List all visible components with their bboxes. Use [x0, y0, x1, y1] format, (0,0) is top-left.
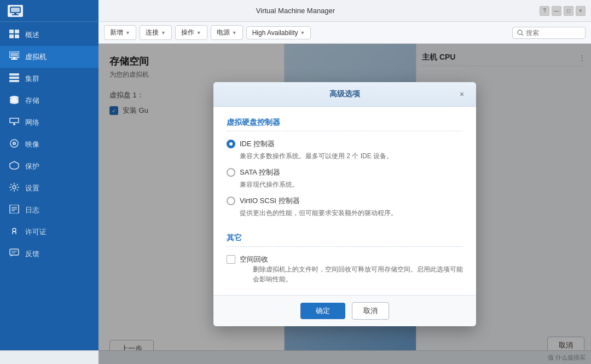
sidebar: 概述 虚拟机 集群: [0, 0, 99, 364]
svg-point-29: [13, 186, 16, 189]
sidebar-nav: 概述 虚拟机 集群: [0, 22, 99, 364]
ha-button[interactable]: High Availability ▼: [246, 26, 311, 39]
sidebar-item-images[interactable]: 映像: [0, 134, 99, 155]
sata-radio-name: SATA 控制器: [240, 167, 280, 177]
sata-radio-circle[interactable]: [227, 168, 235, 177]
search-input[interactable]: [526, 29, 581, 37]
svg-rect-16: [9, 73, 19, 76]
ide-radio-name: IDE 控制器: [240, 139, 275, 149]
virtio-radio-name: VirtIO SCSI 控制器: [240, 196, 300, 206]
space-reclaim-desc: 删除虚拟机上的文件时，空间回收可释放可用存储空间。启用此选项可能会影响性能。: [253, 264, 463, 284]
add-button[interactable]: 新增 ▼: [104, 25, 136, 40]
connect-arrow-icon: ▼: [161, 30, 166, 36]
search-box[interactable]: [512, 27, 586, 39]
svg-line-39: [522, 34, 523, 36]
ide-radio-circle[interactable]: [227, 140, 235, 148]
sidebar-item-network[interactable]: 网络: [0, 112, 99, 134]
ide-radio-label[interactable]: IDE 控制器: [227, 139, 463, 149]
svg-point-24: [13, 123, 15, 125]
svg-rect-35: [10, 249, 19, 255]
license-icon: [9, 227, 20, 238]
svg-rect-18: [9, 80, 19, 82]
svg-point-38: [518, 30, 522, 34]
svg-rect-17: [9, 77, 19, 79]
virtio-option: VirtIO SCSI 控制器 提供更出色的性能，但可能要求安装额外的驱动程序。: [227, 196, 463, 218]
sidebar-label-network: 网络: [25, 118, 39, 128]
sidebar-label-images: 映像: [25, 140, 39, 149]
sidebar-label-vm: 虚拟机: [25, 52, 47, 62]
sidebar-label-log: 日志: [25, 205, 39, 215]
cancel-button[interactable]: 取消: [352, 302, 389, 320]
sidebar-label-settings: 设置: [25, 183, 39, 193]
modal-body: 虚拟硬盘控制器 IDE 控制器 兼容大多数操作系统。最多可以使用 2 个 IDE…: [213, 107, 476, 295]
advanced-options-modal: 高级选项 × 虚拟硬盘控制器 IDE 控制器 兼容大多数操作系统。最多可以使用 …: [213, 82, 476, 326]
modal-header: 高级选项 ×: [213, 82, 476, 107]
section2-divider: [227, 246, 463, 247]
modal-close-button[interactable]: ×: [456, 89, 467, 100]
svg-rect-13: [10, 53, 18, 56]
power-arrow-icon: ▼: [232, 30, 237, 36]
sidebar-item-log[interactable]: 日志: [0, 199, 99, 221]
sidebar-item-storage[interactable]: 存储: [0, 90, 99, 112]
ide-option: IDE 控制器 兼容大多数操作系统。最多可以使用 2 个 IDE 设备。: [227, 139, 463, 161]
maximize-button[interactable]: □: [564, 6, 573, 16]
cluster-icon: [9, 73, 20, 84]
modal-footer: 确定 取消: [213, 295, 476, 326]
sidebar-item-vm[interactable]: 虚拟机: [0, 46, 99, 68]
radio-group: IDE 控制器 兼容大多数操作系统。最多可以使用 2 个 IDE 设备。 SAT…: [227, 139, 463, 224]
sidebar-label-storage: 存储: [25, 96, 39, 106]
logo-icon: [8, 5, 23, 17]
modal-overlay: 高级选项 × 虚拟硬盘控制器 IDE 控制器 兼容大多数操作系统。最多可以使用 …: [99, 44, 591, 364]
space-reclaim-content: 空间回收 删除虚拟机上的文件时，空间回收可释放可用存储空间。启用此选项可能会影响…: [240, 255, 463, 284]
connect-label: 连接: [146, 28, 159, 37]
power-button[interactable]: 电源 ▼: [211, 25, 243, 40]
svg-rect-15: [11, 59, 18, 60]
virtio-radio-label[interactable]: VirtIO SCSI 控制器: [227, 196, 463, 206]
help-button[interactable]: ?: [540, 6, 549, 16]
window-title: Virtual Machine Manager: [256, 7, 335, 15]
search-icon: [517, 30, 524, 36]
svg-point-34: [13, 228, 16, 232]
sidebar-item-settings[interactable]: 设置: [0, 177, 99, 199]
close-button[interactable]: ×: [576, 6, 586, 16]
sidebar-label-license: 许可证: [25, 227, 47, 237]
sidebar-item-license[interactable]: 许可证: [0, 221, 99, 243]
svg-rect-10: [9, 34, 14, 38]
sidebar-item-protection[interactable]: 保护: [0, 155, 99, 177]
sidebar-logo: [0, 0, 99, 22]
modal-title: 高级选项: [233, 89, 456, 99]
svg-point-23: [10, 101, 19, 104]
content-area: 存储空间 为您的虚拟机 虚拟盘 1： ✓ 安装 Gu 上一步 主机 CPU ⋮ …: [99, 44, 591, 364]
ide-radio-desc: 兼容大多数操作系统。最多可以使用 2 个 IDE 设备。: [240, 151, 463, 161]
window-controls[interactable]: ? — □ ×: [540, 6, 586, 16]
svg-rect-11: [15, 34, 19, 38]
section2-title: 其它: [227, 233, 463, 243]
add-label: 新增: [110, 28, 123, 37]
space-reclaim-checkbox[interactable]: [227, 255, 235, 264]
add-arrow-icon: ▼: [125, 30, 130, 36]
sidebar-label-feedback: 反馈: [25, 249, 39, 259]
sidebar-item-overview[interactable]: 概述: [0, 24, 99, 46]
power-label: 电源: [217, 28, 230, 37]
section1-divider: [227, 131, 463, 131]
sidebar-item-feedback[interactable]: 反馈: [0, 243, 99, 265]
section1-title: 虚拟硬盘控制器: [227, 118, 463, 128]
sidebar-label-overview: 概述: [25, 30, 39, 40]
vm-icon: [9, 51, 20, 62]
ha-label: High Availability: [252, 29, 298, 37]
svg-point-28: [14, 143, 15, 144]
minimize-button[interactable]: —: [552, 6, 561, 16]
connect-button[interactable]: 连接 ▼: [140, 25, 172, 40]
ha-arrow-icon: ▼: [300, 30, 305, 36]
virtio-radio-circle[interactable]: [227, 197, 235, 205]
sidebar-label-protection: 保护: [25, 161, 39, 171]
sata-radio-label[interactable]: SATA 控制器: [227, 167, 463, 177]
storage-icon: [9, 95, 20, 106]
svg-rect-5: [11, 8, 20, 12]
svg-rect-8: [9, 30, 14, 33]
overview-icon: [9, 30, 20, 41]
action-button[interactable]: 操作 ▼: [175, 25, 207, 40]
confirm-button[interactable]: 确定: [300, 303, 345, 319]
sidebar-item-cluster[interactable]: 集群: [0, 68, 99, 90]
settings-icon: [9, 183, 20, 194]
